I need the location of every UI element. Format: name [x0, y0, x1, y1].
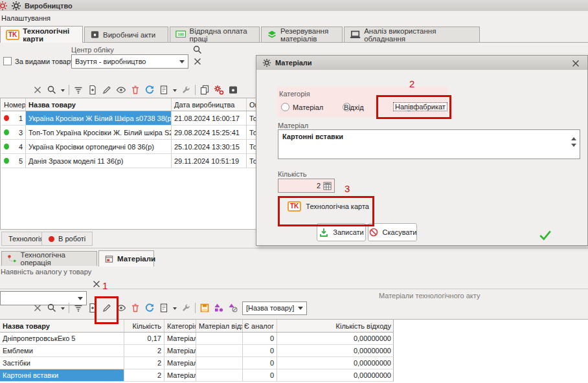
cell-material-name: Застібки	[0, 357, 124, 369]
tab-label: Резервування матеріалів	[280, 27, 337, 43]
report-icon[interactable]	[159, 303, 169, 313]
cell-number: 4	[12, 140, 26, 153]
service-icon[interactable]	[181, 85, 191, 95]
copy-icon[interactable]	[199, 85, 210, 95]
report-dropdown-arrow[interactable]	[173, 307, 177, 312]
cell-date: 29.08.2024 15:25:41	[172, 126, 247, 139]
clear-filter-icon[interactable]	[192, 56, 203, 67]
cell-analog: 0	[243, 357, 277, 369]
save-orange-icon[interactable]	[199, 303, 210, 313]
clear-search-icon[interactable]	[32, 303, 43, 313]
toolbar-separator	[195, 303, 196, 313]
report-dropdown-arrow[interactable]	[173, 89, 177, 94]
tab-tech-cards[interactable]: TK Технологічні карти	[0, 26, 83, 43]
cancel-button[interactable]: Скасувати	[368, 223, 417, 241]
search-dropdown-arrow[interactable]	[61, 307, 65, 312]
document-dark-icon	[90, 30, 100, 39]
col-category[interactable]: Категорія	[164, 320, 196, 332]
product-row[interactable]: 1 Україна Кросівки Ж Білий Шкіра s0738 3…	[1, 111, 258, 126]
scroll-arrows[interactable]	[571, 135, 576, 149]
tab-label: Виробничі акти	[103, 31, 155, 39]
filter-icon[interactable]	[73, 85, 84, 95]
status-dot	[4, 158, 9, 164]
search-menu-icon[interactable]	[47, 303, 57, 313]
laptop-icon	[350, 30, 361, 39]
add-icon[interactable]	[87, 85, 98, 95]
products-table: Номер Назва товару Дата виробництва Опис…	[0, 98, 259, 230]
clear-analog-icon[interactable]	[91, 279, 102, 289]
report-icon[interactable]	[159, 85, 169, 95]
export-doc-icon[interactable]	[228, 85, 238, 95]
menu-bar: Налаштування	[0, 11, 588, 25]
col-has-analog[interactable]: Є аналог	[243, 320, 277, 332]
delete-icon[interactable]	[130, 85, 141, 95]
tab-tech-operation[interactable]: Технологічна операція	[1, 251, 97, 266]
tab-equipment-analysis[interactable]: Аналіз використання обладнання	[344, 27, 480, 42]
refresh-icon[interactable]	[144, 303, 155, 313]
view-icon[interactable]	[116, 85, 126, 95]
product-row[interactable]: 4 Україна Кросівки ортопедичні 08 36(р) …	[1, 140, 258, 154]
col-product-name[interactable]: Назва товару	[26, 98, 172, 111]
tab-label: Матеріали	[117, 255, 155, 263]
gear-icon	[262, 58, 271, 67]
material-row[interactable]: ДніпропетровськЕко 5 0,17 Матеріал 0 0,0…	[0, 333, 394, 345]
search-dropdown-arrow[interactable]	[61, 89, 65, 94]
status-dot	[4, 115, 9, 121]
refresh-icon[interactable]	[144, 85, 155, 95]
delete-icon[interactable]	[130, 303, 141, 313]
technology-label: Технологія	[8, 235, 44, 243]
settings-gears-icon[interactable]	[214, 85, 224, 95]
col-number[interactable]: Номер	[1, 98, 26, 111]
scroll-up-icon[interactable]	[571, 135, 576, 140]
quantity-input[interactable]: 2	[278, 179, 335, 193]
cell-material-name: Картонні вставки	[0, 369, 124, 381]
cell-category: Матеріал	[164, 357, 196, 369]
service-icon[interactable]	[181, 303, 191, 313]
material-row[interactable]: Застібки 2 Матеріал 0 0,00000000	[0, 357, 394, 369]
product-row[interactable]: 5 Данія Зразок моделі 11 36(р) 29.11.202…	[1, 154, 258, 168]
by-product-kind-checkbox[interactable]	[3, 57, 12, 65]
material-row[interactable]: Емблеми 2 Матеріал 0 0,00000000	[0, 345, 394, 357]
close-icon[interactable]	[571, 58, 581, 69]
annotation-number-3: 3	[345, 183, 350, 194]
cell-date: 25.10.2024 13:30:15	[172, 140, 247, 153]
tab-material-reservation[interactable]: Резервування матеріалів	[261, 27, 343, 42]
edit-icon[interactable]	[102, 85, 112, 95]
col-waste-material[interactable]: Матеріал відходу	[196, 320, 243, 332]
window-red-icon	[104, 254, 114, 264]
menu-settings[interactable]: Налаштування	[1, 14, 51, 22]
name-filter-select[interactable]: [Назва товару]	[242, 301, 307, 315]
col-quantity[interactable]: Кількість	[124, 320, 164, 332]
col-waste-quantity[interactable]: Кількість відходу	[277, 320, 394, 332]
cell-number: 5	[12, 154, 26, 168]
clear-search-icon[interactable]	[32, 85, 43, 95]
cell-product-name: Топ-Топ Україна Кросівки Ж. Білий шкіра …	[26, 126, 172, 139]
radio-waste-label[interactable]: Відхід	[344, 104, 364, 111]
material-textarea[interactable]: Картонні вставки	[278, 129, 580, 159]
center-of-account-select[interactable]: Взуття - виробництво	[71, 54, 188, 69]
search-icon[interactable]	[192, 45, 203, 55]
radio-material-label[interactable]: Матеріал	[293, 104, 323, 111]
tab-label: Аналіз використання обладнання	[364, 27, 474, 43]
tab-piecework-pay[interactable]: 100 Відрядна оплата праці	[170, 27, 260, 42]
material-label: Матеріал	[278, 122, 308, 129]
radio-material[interactable]	[281, 103, 289, 111]
toolbar-separator	[69, 85, 69, 95]
material-value: Картонні вставки	[282, 133, 343, 140]
shapes-blocked-icon[interactable]	[228, 303, 238, 313]
tab-production-acts[interactable]: Виробничі акти	[84, 27, 168, 42]
search-menu-icon[interactable]	[47, 85, 57, 95]
dialog-title-bar[interactable]: Матеріали	[256, 56, 587, 70]
name-filter-value: [Назва товару]	[246, 304, 294, 312]
cell-waste-qty: 0,00000000	[277, 369, 394, 381]
banknote-icon: 100	[175, 30, 187, 39]
in-progress-status[interactable]: В роботі	[41, 232, 93, 246]
product-row[interactable]: 3 Топ-Топ Україна Кросівки Ж. Білий шкір…	[1, 126, 258, 140]
shapes-purple-icon[interactable]	[214, 303, 224, 313]
calculator-icon[interactable]	[323, 182, 332, 190]
tab-materials[interactable]: Матеріали	[98, 250, 154, 267]
filter-icon[interactable]	[73, 303, 84, 313]
col-production-date[interactable]: Дата виробництва	[172, 98, 247, 111]
scroll-down-icon[interactable]	[571, 144, 576, 149]
material-row[interactable]: Картонні вставки 2 Матеріал 0 0,00000000	[0, 369, 394, 382]
